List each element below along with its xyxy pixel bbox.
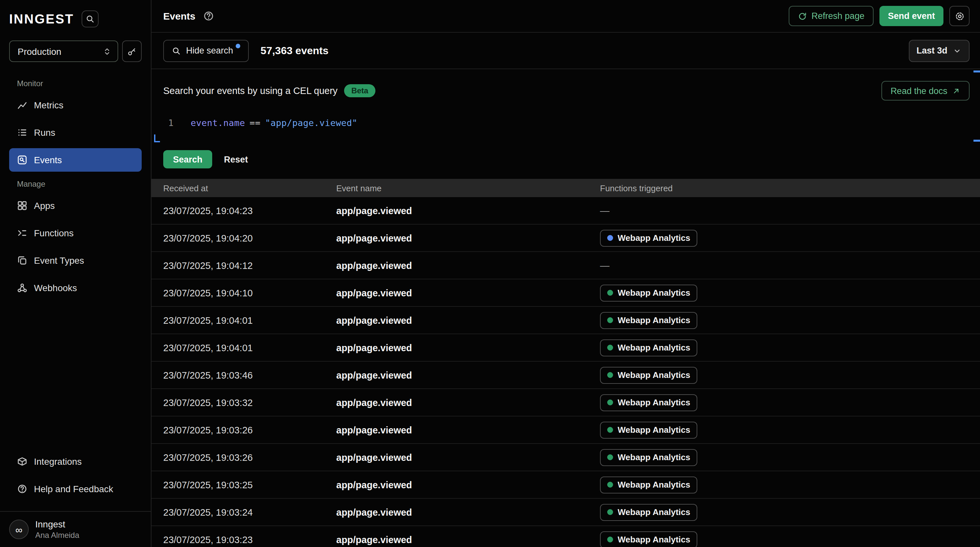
- functions-cell: Webapp Analytics: [600, 394, 980, 411]
- table-row[interactable]: 23/07/2025, 19:03:25app/page.viewedWebap…: [151, 471, 980, 499]
- function-status-dot: [607, 482, 613, 488]
- table-row[interactable]: 23/07/2025, 19:03:26app/page.viewedWebap…: [151, 417, 980, 444]
- functions-cell: Webapp Analytics: [600, 476, 980, 493]
- functions-cell: Webapp Analytics: [600, 421, 980, 438]
- webhooks-icon: [17, 283, 27, 293]
- cel-query-line[interactable]: event.name == "app/page.viewed": [191, 118, 358, 128]
- received-at-cell: 23/07/2025, 19:03:25: [151, 479, 336, 490]
- function-name: Webapp Analytics: [618, 507, 690, 517]
- received-at-cell: 23/07/2025, 19:03:26: [151, 425, 336, 435]
- read-docs-button[interactable]: Read the docs: [881, 81, 970, 100]
- hide-search-label: Hide search: [186, 46, 233, 56]
- function-badge[interactable]: Webapp Analytics: [600, 367, 698, 383]
- functions-cell: —: [600, 260, 980, 270]
- table-row[interactable]: 23/07/2025, 19:03:23app/page.viewedWebap…: [151, 526, 980, 547]
- user-org: Inngest: [35, 519, 80, 530]
- sidebar-nav: MonitorMetricsRunsEventsManageAppsFuncti…: [9, 71, 142, 304]
- send-event-button[interactable]: Send event: [880, 6, 943, 26]
- functions-icon: [17, 228, 27, 238]
- function-badge[interactable]: Webapp Analytics: [600, 339, 698, 356]
- received-at-cell: 23/07/2025, 19:03:24: [151, 507, 336, 517]
- sidebar-item-label: Runs: [34, 127, 55, 138]
- event-types-icon: [17, 255, 27, 266]
- hide-search-button[interactable]: Hide search: [163, 40, 249, 62]
- function-name: Webapp Analytics: [618, 370, 690, 380]
- function-name: Webapp Analytics: [618, 233, 690, 243]
- table-row[interactable]: 23/07/2025, 19:04:12app/page.viewed—: [151, 252, 980, 279]
- table-row[interactable]: 23/07/2025, 19:03:46app/page.viewedWebap…: [151, 362, 980, 389]
- sidebar-item-events[interactable]: Events: [9, 148, 142, 172]
- search-panel-title: Search your events by using a CEL query: [163, 86, 337, 96]
- functions-cell: Webapp Analytics: [600, 531, 980, 547]
- function-name: Webapp Analytics: [618, 288, 690, 297]
- functions-cell: Webapp Analytics: [600, 339, 980, 356]
- function-badge[interactable]: Webapp Analytics: [600, 284, 698, 301]
- query-operator: ==: [250, 118, 261, 128]
- function-status-dot: [607, 454, 613, 460]
- functions-cell: Webapp Analytics: [600, 229, 980, 246]
- cel-query-editor[interactable]: 1 event.name == "app/page.viewed": [151, 110, 980, 142]
- sidebar-item-label: Metrics: [34, 100, 63, 110]
- table-row[interactable]: 23/07/2025, 19:04:23app/page.viewed—: [151, 197, 980, 224]
- event-name-cell: app/page.viewed: [336, 315, 600, 325]
- no-functions-dash: —: [600, 260, 609, 270]
- refresh-page-button[interactable]: Refresh page: [789, 6, 873, 26]
- function-badge[interactable]: Webapp Analytics: [600, 312, 698, 329]
- column-event-name: Event name: [336, 183, 600, 193]
- function-badge[interactable]: Webapp Analytics: [600, 476, 698, 493]
- function-badge[interactable]: Webapp Analytics: [600, 504, 698, 521]
- function-status-dot: [607, 537, 613, 542]
- sidebar-item-metrics[interactable]: Metrics: [9, 93, 142, 117]
- sidebar-item-functions[interactable]: Functions: [9, 221, 142, 245]
- search-icon: [86, 14, 95, 24]
- event-keys-button[interactable]: [122, 40, 142, 62]
- column-functions-triggered: Functions triggered: [600, 183, 980, 193]
- table-row[interactable]: 23/07/2025, 19:04:20app/page.viewedWebap…: [151, 224, 980, 252]
- function-badge[interactable]: Webapp Analytics: [600, 449, 698, 466]
- environment-label: Production: [18, 46, 61, 56]
- search-button[interactable]: Search: [163, 150, 212, 169]
- sidebar: INNGEST Production MonitorMetricsRunsEve…: [0, 0, 151, 547]
- sidebar-item-apps[interactable]: Apps: [9, 194, 142, 217]
- sidebar-item-runs[interactable]: Runs: [9, 121, 142, 144]
- sidebar-search-button[interactable]: [82, 10, 99, 27]
- page-header: Events Refresh page Send event: [151, 0, 980, 33]
- function-status-dot: [607, 399, 613, 405]
- reset-button[interactable]: Reset: [224, 154, 248, 164]
- settings-button[interactable]: [949, 6, 970, 26]
- time-range-selector[interactable]: Last 3d: [908, 40, 970, 62]
- table-row[interactable]: 23/07/2025, 19:03:32app/page.viewedWebap…: [151, 389, 980, 417]
- functions-cell: Webapp Analytics: [600, 504, 980, 521]
- inngest-dashboard: INNGEST Production MonitorMetricsRunsEve…: [0, 0, 980, 547]
- function-name: Webapp Analytics: [618, 398, 690, 407]
- help-icon[interactable]: [203, 10, 214, 22]
- table-row[interactable]: 23/07/2025, 19:04:10app/page.viewedWebap…: [151, 279, 980, 307]
- table-row[interactable]: 23/07/2025, 19:03:24app/page.viewedWebap…: [151, 499, 980, 526]
- sidebar-item-event-types[interactable]: Event Types: [9, 249, 142, 272]
- function-badge[interactable]: Webapp Analytics: [600, 229, 698, 246]
- sidebar-item-help-and-feedback[interactable]: Help and Feedback: [9, 477, 142, 501]
- metrics-icon: [17, 100, 27, 110]
- arrow-up-right-icon: [952, 86, 961, 95]
- received-at-cell: 23/07/2025, 19:04:01: [151, 315, 336, 325]
- function-badge[interactable]: Webapp Analytics: [600, 531, 698, 547]
- events-icon: [17, 155, 27, 165]
- user-name: Ana Almeida: [35, 531, 80, 540]
- environment-selector[interactable]: Production: [9, 40, 118, 62]
- received-at-cell: 23/07/2025, 19:03:26: [151, 452, 336, 463]
- function-badge[interactable]: Webapp Analytics: [600, 394, 698, 411]
- sidebar-item-integrations[interactable]: Integrations: [9, 450, 142, 473]
- user-section[interactable]: ∞ Inngest Ana Almeida: [0, 511, 151, 547]
- select-updown-icon: [102, 47, 111, 56]
- sidebar-item-webhooks[interactable]: Webhooks: [9, 276, 142, 300]
- functions-cell: Webapp Analytics: [600, 367, 980, 383]
- table-row[interactable]: 23/07/2025, 19:03:26app/page.viewedWebap…: [151, 444, 980, 471]
- table-row[interactable]: 23/07/2025, 19:04:01app/page.viewedWebap…: [151, 334, 980, 362]
- function-badge[interactable]: Webapp Analytics: [600, 421, 698, 438]
- received-at-cell: 23/07/2025, 19:04:23: [151, 205, 336, 216]
- event-count: 57,363 events: [261, 45, 328, 56]
- function-name: Webapp Analytics: [618, 315, 690, 325]
- table-row[interactable]: 23/07/2025, 19:04:01app/page.viewedWebap…: [151, 307, 980, 334]
- sidebar-spacer: [9, 304, 142, 450]
- table-body: 23/07/2025, 19:04:23app/page.viewed—23/0…: [151, 197, 980, 547]
